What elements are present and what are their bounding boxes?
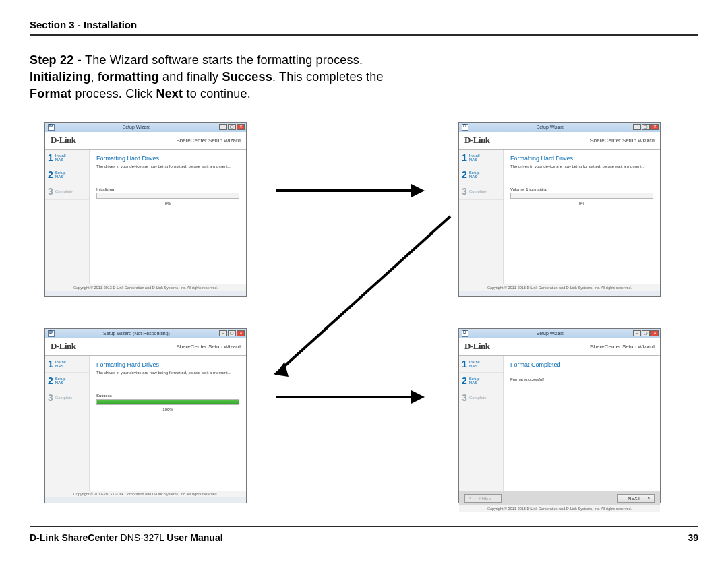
sidebar-step-2: 2SetupNAS: [45, 373, 89, 389]
progress-percent: 100%: [96, 408, 239, 412]
copyright: Copyright © 2011-2013 D-Link Corporation…: [459, 284, 660, 291]
progress-percent: 0%: [510, 201, 653, 206]
screenshot-format-completed: Setup Wizard – ▢ ✕ D-Link ShareCenter Se…: [458, 328, 661, 503]
next-button[interactable]: NEXT: [617, 494, 655, 503]
sidebar-step-1: 1InstallNAS: [459, 150, 503, 166]
copyright: Copyright © 2011-2013 D-Link Corporation…: [459, 505, 660, 512]
page-number: 39: [688, 532, 698, 543]
section-header: Section 3 - Installation: [30, 19, 698, 36]
wizard-sidebar: 1InstallNAS 2SetupNAS 3Complete: [45, 150, 90, 284]
sidebar-step-1: 1InstallNAS: [45, 150, 89, 166]
progress-bar: [96, 399, 239, 405]
step-line1: The Wizard software starts the formattin…: [85, 53, 363, 67]
window-title: Setup Wizard: [55, 125, 218, 129]
brand-logo: D-Link: [464, 341, 489, 352]
window-controls: – ▢ ✕: [218, 330, 245, 336]
wizard-navbar: PREV NEXT: [459, 491, 660, 505]
status-text: Initializing: [96, 187, 239, 191]
window-controls: – ▢ ✕: [632, 330, 659, 336]
maximize-icon[interactable]: ▢: [642, 330, 650, 336]
copyright: Copyright © 2011-2013 D-Link Corporation…: [45, 284, 246, 291]
wizard-main: Formatting Hard Drives The drives in you…: [504, 150, 660, 284]
format-note: The drives in your device are now being …: [510, 164, 653, 168]
titlebar: Setup Wizard – ▢ ✕: [459, 123, 660, 132]
footer-title: D-Link ShareCenter DNS-327L User Manual: [30, 532, 223, 543]
close-icon[interactable]: ✕: [650, 330, 659, 336]
arrow-diagonal-icon: [255, 210, 457, 394]
brand-logo: D-Link: [464, 135, 489, 146]
bold-success: Success: [222, 70, 272, 84]
sidebar-step-3: 3Complete: [45, 183, 89, 200]
screenshots-grid: Setup Wizard – ▢ ✕ D-Link ShareCenter Se…: [30, 122, 698, 513]
wizard-header: D-Link ShareCenter Setup Wizard: [45, 132, 246, 150]
window-controls: – ▢ ✕: [218, 124, 245, 130]
step-number: Step 22 -: [30, 53, 85, 67]
bold-initializing: Initializing: [30, 70, 90, 84]
window-controls: – ▢ ✕: [632, 124, 659, 130]
wizard-header: D-Link ShareCenter Setup Wizard: [459, 132, 660, 150]
minimize-icon[interactable]: –: [633, 124, 641, 130]
svg-line-2: [275, 216, 450, 375]
close-icon[interactable]: ✕: [237, 124, 245, 130]
close-icon[interactable]: ✕: [237, 330, 245, 336]
maximize-icon[interactable]: ▢: [228, 124, 236, 130]
titlebar: Setup Wizard – ▢ ✕: [45, 123, 246, 132]
wizard-main: Formatting Hard Drives The drives in you…: [90, 150, 246, 284]
sidebar-step-3: 3Complete: [45, 389, 89, 406]
wizard-sidebar: 1InstallNAS 2SetupNAS 3Complete: [45, 356, 90, 491]
bold-formatting: formatting: [98, 70, 159, 84]
prev-button: PREV: [464, 494, 502, 503]
minimize-icon[interactable]: –: [219, 330, 227, 336]
main-heading: Formatting Hard Drives: [510, 155, 653, 162]
wizard-main: Formatting Hard Drives The drives in you…: [90, 356, 246, 491]
wizard-subtitle: ShareCenter Setup Wizard: [590, 344, 655, 350]
window-title: Setup Wizard: [468, 331, 632, 336]
progress-bar: [96, 193, 239, 199]
svg-marker-5: [411, 390, 425, 404]
wizard-sidebar: 1InstallNAS 2SetupNAS 3Complete: [459, 150, 504, 284]
brand-logo: D-Link: [51, 341, 75, 352]
main-heading: Formatting Hard Drives: [96, 155, 239, 162]
minimize-icon[interactable]: –: [219, 124, 227, 130]
app-icon: [462, 330, 468, 337]
page-footer: D-Link ShareCenter DNS-327L User Manual …: [30, 526, 698, 543]
copyright: Copyright © 2011-2013 D-Link Corporation…: [45, 491, 246, 497]
bold-next: Next: [156, 87, 183, 100]
progress-percent: 0%: [96, 201, 239, 206]
screenshot-initializing: Setup Wizard – ▢ ✕ D-Link ShareCenter Se…: [44, 122, 247, 297]
format-note: The drives in your device are now being …: [96, 371, 239, 375]
status-text: Success: [96, 394, 239, 398]
status-text: Volume_1 formatting: [510, 187, 653, 191]
step-paragraph: Step 22 - The Wizard software starts the…: [30, 52, 414, 103]
sidebar-step-3: 3Complete: [459, 183, 503, 200]
wizard-subtitle: ShareCenter Setup Wizard: [590, 137, 655, 144]
bold-format: Format: [30, 87, 71, 100]
close-icon[interactable]: ✕: [650, 124, 659, 130]
wizard-sidebar: 1InstallNAS 2SetupNAS 3Complete: [459, 356, 504, 491]
window-title: Setup Wizard: [468, 125, 632, 129]
titlebar: Setup Wizard – ▢ ✕: [459, 329, 660, 338]
window-title: Setup Wizard (Not Responding): [55, 331, 218, 336]
app-icon: [462, 124, 468, 131]
format-note: The drives in your device are now being …: [96, 164, 239, 168]
wizard-subtitle: ShareCenter Setup Wizard: [176, 344, 241, 350]
screenshot-success: Setup Wizard (Not Responding) – ▢ ✕ D-Li…: [44, 328, 247, 503]
titlebar: Setup Wizard (Not Responding) – ▢ ✕: [45, 329, 246, 338]
brand-logo: D-Link: [51, 135, 75, 146]
maximize-icon[interactable]: ▢: [642, 124, 650, 130]
wizard-main: Format Completed Format successful!: [504, 356, 660, 491]
maximize-icon[interactable]: ▢: [228, 330, 236, 336]
arrow-right-icon: [270, 177, 431, 207]
wizard-header: D-Link ShareCenter Setup Wizard: [459, 338, 660, 356]
app-icon: [48, 124, 55, 131]
sidebar-step-3: 3Complete: [459, 389, 503, 406]
sidebar-step-1: 1InstallNAS: [45, 356, 89, 373]
progress-bar: [510, 193, 653, 199]
minimize-icon[interactable]: –: [633, 330, 641, 336]
screenshot-volume-formatting: Setup Wizard – ▢ ✕ D-Link ShareCenter Se…: [458, 122, 661, 297]
sidebar-step-1: 1InstallNAS: [459, 356, 503, 373]
main-heading: Format Completed: [510, 361, 653, 368]
sidebar-step-2: 2SetupNAS: [459, 166, 503, 183]
svg-marker-1: [411, 184, 425, 197]
main-heading: Formatting Hard Drives: [96, 361, 239, 368]
